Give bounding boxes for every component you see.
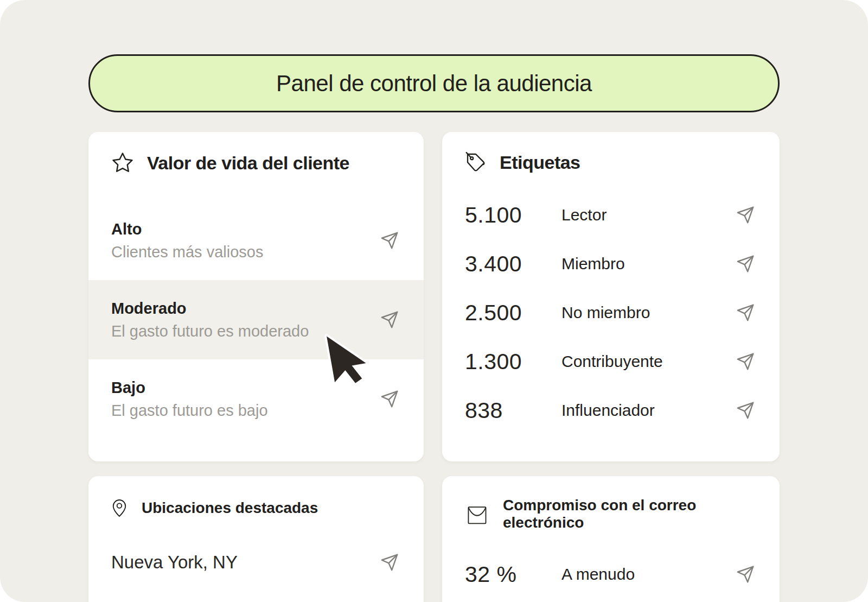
- clv-row-texts: Moderado El gasto futuro es moderado: [111, 300, 309, 340]
- send-icon[interactable]: [380, 553, 399, 572]
- clv-row-alto[interactable]: Alto Clientes más valiosos: [88, 201, 424, 280]
- tag-row-contribuyente[interactable]: 1.300 Contribuyente: [442, 337, 780, 386]
- tag-row-no-miembro[interactable]: 2.500 No miembro: [442, 288, 780, 337]
- clv-row-label: Moderado: [111, 300, 309, 318]
- star-icon: [111, 151, 134, 174]
- send-icon[interactable]: [736, 206, 755, 224]
- send-icon[interactable]: [736, 352, 755, 371]
- email-label: A menudo: [561, 565, 736, 584]
- clv-row-texts: Bajo El gasto futuro es bajo: [111, 379, 268, 420]
- card-title: Etiquetas: [500, 152, 580, 173]
- tag-label: Influenciador: [561, 401, 736, 420]
- tag-count: 838: [465, 398, 561, 423]
- send-icon[interactable]: [736, 565, 755, 584]
- location-label: Nueva York, NY: [111, 552, 380, 573]
- card-header: Compromiso con el correo electrónico: [442, 476, 780, 531]
- card-header: Ubicaciones destacadas: [88, 476, 424, 519]
- send-icon[interactable]: [736, 303, 755, 322]
- email-percentage: 32 %: [465, 562, 561, 587]
- location-row-nueva-york[interactable]: Nueva York, NY: [88, 538, 424, 587]
- card-title: Ubicaciones destacadas: [142, 499, 318, 517]
- card-tags: Etiquetas 5.100 Lector 3.400 Miembro: [442, 132, 780, 461]
- tag-label: Contribuyente: [561, 352, 736, 371]
- card-featured-locations: Ubicaciones destacadas Nueva York, NY: [88, 476, 424, 602]
- tag-row-influenciador[interactable]: 838 Influenciador: [442, 386, 780, 435]
- clv-row-texts: Alto Clientes más valiosos: [111, 220, 263, 261]
- card-email-engagement: Compromiso con el correo electrónico 32 …: [442, 476, 780, 602]
- tag-row-list: 5.100 Lector 3.400 Miembro 2.500: [442, 191, 780, 435]
- clv-row-label: Alto: [111, 220, 263, 238]
- send-icon[interactable]: [380, 390, 399, 408]
- card-title: Compromiso con el correo electrónico: [503, 497, 755, 531]
- clv-row-list: Alto Clientes más valiosos Moderado El g…: [88, 201, 424, 439]
- tag-count: 3.400: [465, 251, 561, 277]
- card-header: Valor de vida del cliente: [88, 132, 424, 174]
- tag-row-miembro[interactable]: 3.400 Miembro: [442, 239, 780, 288]
- dashboard-title-banner: Panel de control de la audiencia: [88, 54, 780, 112]
- send-icon[interactable]: [380, 310, 399, 329]
- email-row-a-menudo[interactable]: 32 % A menudo: [442, 550, 780, 599]
- location-pin-icon: [111, 497, 127, 519]
- tag-count: 5.100: [465, 202, 561, 228]
- tag-label: Miembro: [561, 255, 736, 273]
- clv-row-moderado[interactable]: Moderado El gasto futuro es moderado: [88, 280, 424, 359]
- audience-dashboard-page: Panel de control de la audiencia Valor d…: [0, 0, 868, 602]
- tag-label: Lector: [561, 206, 736, 224]
- send-icon[interactable]: [736, 255, 755, 273]
- tag-count: 1.300: [465, 349, 561, 375]
- clv-row-description: El gasto futuro es bajo: [111, 402, 268, 420]
- page-title: Panel de control de la audiencia: [276, 71, 592, 97]
- card-customer-lifetime-value: Valor de vida del cliente Alto Clientes …: [88, 132, 424, 461]
- tag-count: 2.500: [465, 300, 561, 326]
- clv-row-description: El gasto futuro es moderado: [111, 322, 309, 340]
- envelope-icon: [465, 502, 489, 526]
- clv-row-label: Bajo: [111, 379, 268, 397]
- clv-row-description: Clientes más valiosos: [111, 243, 263, 261]
- send-icon[interactable]: [736, 401, 755, 420]
- card-header: Etiquetas: [442, 132, 780, 173]
- tag-row-lector[interactable]: 5.100 Lector: [442, 191, 780, 239]
- clv-row-bajo[interactable]: Bajo El gasto futuro es bajo: [88, 359, 424, 439]
- tag-label: No miembro: [561, 303, 736, 322]
- tag-icon: [465, 151, 487, 173]
- send-icon[interactable]: [380, 231, 399, 250]
- card-title: Valor de vida del cliente: [147, 153, 349, 174]
